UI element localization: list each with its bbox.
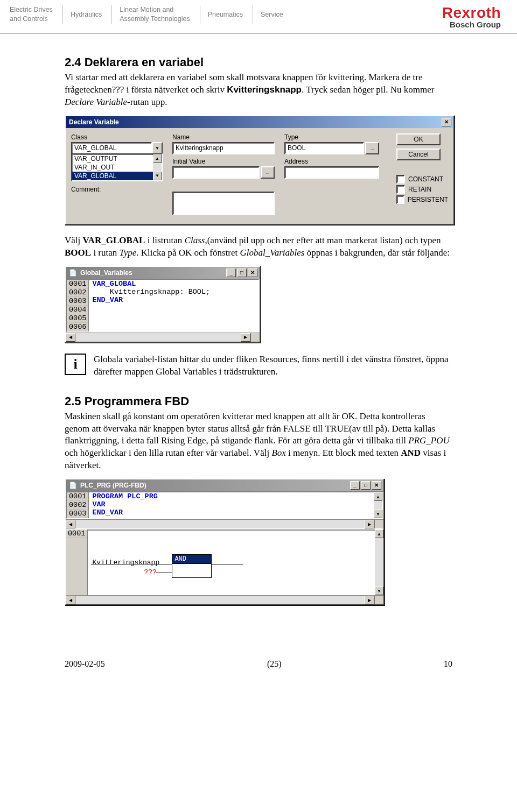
scroll-down-icon[interactable]: ▼: [375, 587, 383, 595]
initial-browse-button[interactable]: ...: [261, 166, 275, 179]
minimize-icon[interactable]: _: [350, 481, 360, 490]
heading-2-4: 2.4 Deklarera en variabel: [65, 55, 452, 69]
plc-decl-body: 0001 0002 0003 PROGRAM PLC_PRG VAR END_V…: [66, 491, 383, 519]
label-initial: Initial Value: [172, 158, 275, 165]
fbd-h-scroll[interactable]: ◀ ▶: [66, 595, 383, 604]
scroll-down-icon[interactable]: ▼: [374, 510, 382, 518]
label-name: Name: [172, 133, 275, 141]
dialog-titlebar[interactable]: Declare Variable ✕: [66, 116, 453, 128]
paragraph-2-5: Maskinen skall gå konstant om operatören…: [65, 411, 452, 472]
fbd-and-block[interactable]: AND: [172, 554, 212, 578]
plc-decl-v-scroll[interactable]: ▲ ▼: [374, 492, 382, 518]
global-variables-window: 📄 Global_Variables _ □ ✕ 0001 0002 0003 …: [65, 266, 261, 343]
logo-main-text: Rexroth: [442, 5, 501, 20]
scroll-left-icon[interactable]: ◀: [66, 596, 75, 604]
class-option-var-global[interactable]: VAR_GLOBAL: [72, 172, 153, 180]
scroll-left-icon[interactable]: ◀: [66, 520, 75, 528]
footer-page-num: 10: [444, 659, 452, 669]
nav-pneumatics: Pneumatics: [208, 5, 253, 24]
scroll-left-icon[interactable]: ◀: [66, 333, 75, 342]
minimize-icon[interactable]: _: [226, 269, 236, 277]
resize-grip-icon[interactable]: [374, 596, 383, 604]
header-divider: [0, 33, 517, 34]
info-text: Globala variabel-listan hittar du under …: [94, 354, 452, 378]
plc-decl-h-scroll[interactable]: ◀ ▶: [66, 519, 383, 528]
initial-value-input[interactable]: [172, 166, 260, 179]
info-note: i Globala variabel-listan hittar du unde…: [65, 354, 452, 378]
scroll-up-icon[interactable]: ▲: [153, 154, 162, 163]
logo-sub-text: Bosch Group: [442, 20, 501, 29]
close-icon[interactable]: ✕: [372, 481, 381, 490]
plc-titlebar[interactable]: 📄 PLC_PRG (PRG-FBD) _ □ ✕: [66, 479, 383, 491]
persistent-checkbox[interactable]: PERSISTENT: [396, 195, 448, 204]
class-input[interactable]: VAR_GLOBAL: [71, 142, 152, 154]
ok-button[interactable]: OK: [396, 133, 441, 145]
network-gutter: 0001: [66, 529, 88, 595]
nav-electric-drives: Electric Drives and Controls: [10, 5, 63, 24]
class-option-var-output[interactable]: VAR_OUTPUT: [72, 154, 153, 163]
plc-title: PLC_PRG (PRG-FBD): [80, 482, 146, 489]
footer-pages: (25): [267, 659, 282, 669]
plc-code[interactable]: PROGRAM PLC_PRG VAR END_VAR: [89, 492, 374, 518]
page-footer: 2009-02-05 (25) 10: [0, 638, 517, 682]
class-listbox[interactable]: VAR_OUTPUT VAR_IN_OUT VAR_GLOBAL ▲ ▼: [71, 153, 163, 181]
close-icon[interactable]: ✕: [248, 269, 257, 277]
fbd-v-scroll[interactable]: ▲ ▼: [375, 529, 383, 595]
comment-input[interactable]: [172, 192, 275, 215]
page-content: 2.4 Deklarera en variabel Vi startar med…: [0, 55, 517, 638]
scroll-right-icon[interactable]: ▶: [365, 520, 374, 528]
scroll-right-icon[interactable]: ▶: [365, 596, 374, 604]
brand-logo: Rexroth Bosch Group: [442, 5, 501, 29]
type-input[interactable]: BOOL: [284, 142, 364, 154]
class-option-var-in-out[interactable]: VAR_IN_OUT: [72, 163, 153, 172]
info-icon: i: [65, 354, 86, 375]
address-input[interactable]: [284, 166, 379, 179]
maximize-icon[interactable]: □: [237, 269, 247, 277]
plc-prg-window: 📄 PLC_PRG (PRG-FBD) _ □ ✕ 0001 0002 0003…: [65, 478, 385, 605]
label-address: Address: [284, 158, 379, 165]
cancel-button[interactable]: Cancel: [396, 149, 441, 160]
gv-titlebar[interactable]: 📄 Global_Variables _ □ ✕: [66, 267, 260, 279]
gv-h-scrollbar[interactable]: ◀ ▶: [66, 333, 260, 342]
scroll-up-icon[interactable]: ▲: [374, 492, 382, 501]
nav-service: Service: [261, 5, 293, 24]
scroll-right-icon[interactable]: ▶: [241, 333, 250, 342]
scroll-up-icon[interactable]: ▲: [375, 529, 383, 538]
gv-editor-body: 0001 0002 0003 0004 0005 0006 VAR_GLOBAL…: [66, 279, 260, 333]
chevron-down-icon[interactable]: ▼: [152, 142, 163, 154]
fbd-block-caption: AND: [172, 555, 211, 564]
split-grip-icon[interactable]: [374, 520, 383, 528]
class-combo[interactable]: VAR_GLOBAL ▼: [71, 142, 163, 154]
page-header: Electric Drives and Controls Hydraulics …: [0, 0, 517, 33]
nav-hydraulics: Hydraulics: [71, 5, 112, 24]
dialog-title: Declare Variable: [69, 118, 119, 126]
nav-linear-motion: Linear Motion and Assembly Technologies: [120, 5, 200, 24]
header-nav: Electric Drives and Controls Hydraulics …: [10, 5, 442, 24]
paragraph-after-dialog: Välj VAR_GLOBAL i listrutan Class,(använ…: [65, 235, 452, 259]
type-browse-button[interactable]: ...: [365, 142, 379, 154]
label-class: Class: [71, 133, 163, 141]
fbd-canvas[interactable]: Kvitteringsknapp ??? AND: [88, 529, 375, 595]
heading-2-5: 2.5 Programmera FBD: [65, 394, 452, 408]
dialog-right-panel: OK Cancel CONSTANT RETAIN PERSISTENT: [396, 133, 448, 217]
name-input[interactable]: Kvitteringsknapp: [172, 142, 275, 154]
paragraph-intro-2-4: Vi startar med att deklarera en variabel…: [65, 72, 452, 109]
fbd-var-label[interactable]: Kvitteringsknapp: [92, 559, 159, 567]
resize-grip-icon[interactable]: [250, 333, 260, 342]
close-icon[interactable]: ✕: [442, 118, 451, 126]
gv-code[interactable]: VAR_GLOBAL Kvitteringsknapp: BOOL; END_V…: [89, 280, 258, 331]
plc-gutter: 0001 0002 0003: [67, 492, 89, 518]
fbd-qmarks[interactable]: ???: [144, 568, 156, 576]
retain-checkbox[interactable]: RETAIN: [396, 185, 448, 194]
constant-checkbox[interactable]: CONSTANT: [396, 175, 448, 183]
maximize-icon[interactable]: □: [361, 481, 371, 490]
gv-title: Global_Variables: [80, 269, 132, 277]
class-list-scrollbar[interactable]: ▲ ▼: [153, 154, 162, 180]
gv-gutter: 0001 0002 0003 0004 0005 0006: [67, 280, 89, 331]
label-comment: Comment:: [71, 186, 163, 193]
label-type: Type: [284, 133, 379, 141]
declare-variable-dialog: Declare Variable ✕ Class VAR_GLOBAL ▼ VA: [65, 115, 455, 225]
scroll-down-icon[interactable]: ▼: [153, 172, 162, 180]
footer-date: 2009-02-05: [65, 659, 105, 669]
